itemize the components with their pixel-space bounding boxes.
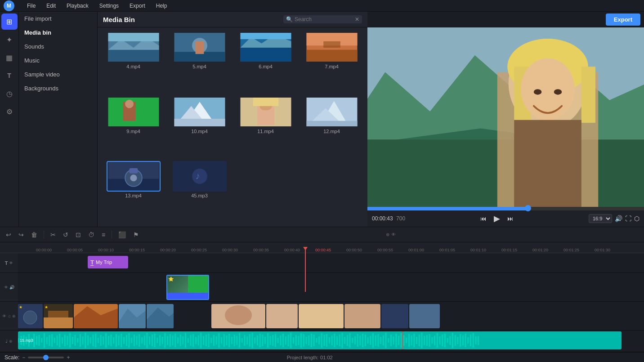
svg-rect-195 [336, 336, 338, 345]
sidebar-tools-icon[interactable]: ⚙ [1, 103, 18, 120]
scale-slider[interactable] [28, 357, 64, 358]
play-pause-button[interactable]: ▶ [492, 213, 502, 224]
thumbnail-7mp4[interactable]: 7.mp4 [300, 32, 363, 93]
menu-playback[interactable]: Playback [65, 2, 90, 10]
flag-button[interactable]: ⚑ [131, 230, 141, 239]
main-audio-icon[interactable]: ♫ [8, 314, 11, 318]
playhead-line [305, 247, 306, 292]
menu-settings[interactable]: Settings [98, 2, 121, 10]
progress-bar[interactable] [367, 207, 644, 210]
svg-rect-228 [421, 333, 423, 348]
search-input[interactable] [295, 16, 353, 22]
svg-rect-26 [253, 98, 278, 106]
sidebar-effects-icon[interactable]: ✦ [1, 31, 18, 48]
redo-button[interactable]: ↪ [16, 230, 26, 239]
media-panel-music[interactable]: Music [19, 54, 97, 67]
track-settings-icon[interactable]: ⊕ [12, 314, 16, 318]
progress-handle[interactable] [525, 205, 531, 211]
svg-rect-229 [424, 336, 425, 345]
video-clip-7[interactable] [266, 304, 298, 328]
video-clip-9[interactable] [344, 304, 380, 328]
svg-rect-144 [206, 335, 207, 346]
main-area: ⊞ ✦ ▦ T ◷ ⚙ File import Media bin Sounds… [0, 12, 644, 227]
time-display: 00:00:43 [372, 215, 393, 222]
video-clip-8[interactable] [299, 304, 344, 328]
video-clip-6[interactable] [211, 304, 265, 328]
sidebar-text-icon[interactable]: T [1, 67, 18, 84]
media-panel-sample-video[interactable]: Sample video [19, 67, 97, 81]
undo-button[interactable]: ↩ [4, 230, 13, 239]
thumbnail-11mp4[interactable]: 11.mp4 [234, 97, 297, 158]
thumbnail-5mp4[interactable]: 5.mp4 [168, 32, 231, 93]
svg-rect-212 [380, 337, 381, 344]
audio-link-icon[interactable]: ⊕ [9, 339, 13, 344]
media-bin-header: Media Bin 🔍 ✕ [98, 12, 367, 27]
next-frame-button[interactable]: ⏭ [505, 214, 515, 223]
thumbnail-13mp4[interactable]: 13.mp4 [102, 161, 165, 222]
pip-audio-icon[interactable]: 🔊 [9, 285, 14, 290]
cut-button[interactable]: ✂ [48, 230, 58, 239]
menu-edit[interactable]: Edit [45, 2, 58, 10]
svg-rect-187 [316, 338, 317, 343]
video-clip-3[interactable] [74, 304, 118, 328]
ratio-select[interactable]: 16:9 [589, 214, 612, 223]
sidebar-transitions-icon[interactable]: ▦ [1, 49, 18, 66]
volume-icon[interactable]: 🔊 [615, 215, 622, 222]
video-clip-2[interactable]: ★ [44, 304, 73, 328]
svg-rect-139 [192, 334, 194, 347]
svg-rect-98 [87, 335, 89, 345]
media-panel-file-import[interactable]: File import [19, 12, 97, 26]
sidebar-history-icon[interactable]: ◷ [1, 85, 18, 102]
thumbnail-45mp3[interactable]: ♪ 45.mp3 [168, 161, 231, 222]
thumbnail-12mp4[interactable]: 12.mp4 [300, 97, 363, 158]
timeline-controls-center: ⊕ 👁 [141, 232, 640, 237]
svg-rect-123 [152, 335, 153, 346]
pip-clip[interactable]: ⭐ [166, 275, 209, 300]
svg-rect-47 [581, 67, 595, 123]
title-overlay-button[interactable]: ⬛ [116, 230, 128, 239]
thumbnail-6mp4[interactable]: 6.mp4 [234, 32, 297, 93]
scale-plus-icon[interactable]: + [67, 354, 70, 361]
search-box[interactable]: 🔍 ✕ [283, 15, 362, 23]
svg-rect-105 [105, 333, 107, 348]
pip-eye-icon[interactable]: 👁 [4, 285, 8, 290]
video-clip-1[interactable]: ★ [18, 304, 43, 328]
fullscreen-icon[interactable]: ⛶ [625, 215, 631, 222]
external-window-icon[interactable]: ⬡ [634, 215, 640, 222]
menu-help[interactable]: Help [154, 2, 169, 10]
speed-button[interactable]: ⏱ [86, 230, 97, 239]
ruler-15: 00:00:15 [129, 248, 145, 252]
timeline-area: ↩ ↪ 🗑 ✂ ↺ ⊡ ⏱ ≡ ⬛ ⚑ ⊕ 👁 00:00:00 00:00:0 [0, 227, 644, 352]
video-clip-4[interactable] [119, 304, 146, 328]
preview-time: 00:00:43 700 [372, 215, 405, 222]
rotate-button[interactable]: ↺ [61, 230, 71, 239]
video-clip-10[interactable] [381, 304, 408, 328]
media-panel-backgrounds[interactable]: Backgrounds [19, 81, 97, 95]
svg-rect-142 [200, 333, 201, 348]
svg-point-48 [521, 58, 575, 120]
delete-button[interactable]: 🗑 [29, 230, 40, 239]
audio-waveform[interactable]: 15.mp3 [18, 331, 622, 349]
video-clip-11[interactable] [409, 304, 440, 328]
svg-rect-220 [401, 333, 402, 348]
eye-track-icon[interactable]: 👁 [9, 261, 13, 265]
prev-frame-button[interactable]: ⏮ [479, 214, 488, 223]
title-clip-my-trip[interactable]: T̲ My Trip [88, 256, 128, 268]
thumbnail-4mp4[interactable]: 4.mp4 [102, 32, 165, 93]
video-clip-5[interactable] [147, 304, 174, 328]
media-panel-sounds[interactable]: Sounds [19, 40, 97, 54]
crop-button[interactable]: ⊡ [73, 230, 83, 239]
search-clear-icon[interactable]: ✕ [355, 16, 359, 22]
svg-rect-208 [370, 336, 371, 345]
thumbnail-10mp4[interactable]: 10.mp4 [168, 97, 231, 158]
main-eye-icon[interactable]: 👁 [2, 314, 6, 318]
sidebar-media-icon[interactable]: ⊞ [1, 13, 18, 30]
export-button[interactable]: Export [606, 13, 640, 26]
svg-rect-30 [306, 121, 357, 126]
media-panel-media-bin[interactable]: Media bin [19, 26, 97, 40]
menu-export[interactable]: Export [128, 2, 147, 10]
audio-button[interactable]: ≡ [99, 230, 107, 239]
scale-minus-icon[interactable]: − [22, 354, 25, 361]
menu-file[interactable]: File [25, 2, 37, 10]
thumbnail-9mp4[interactable]: 9.mp4 [102, 97, 165, 158]
